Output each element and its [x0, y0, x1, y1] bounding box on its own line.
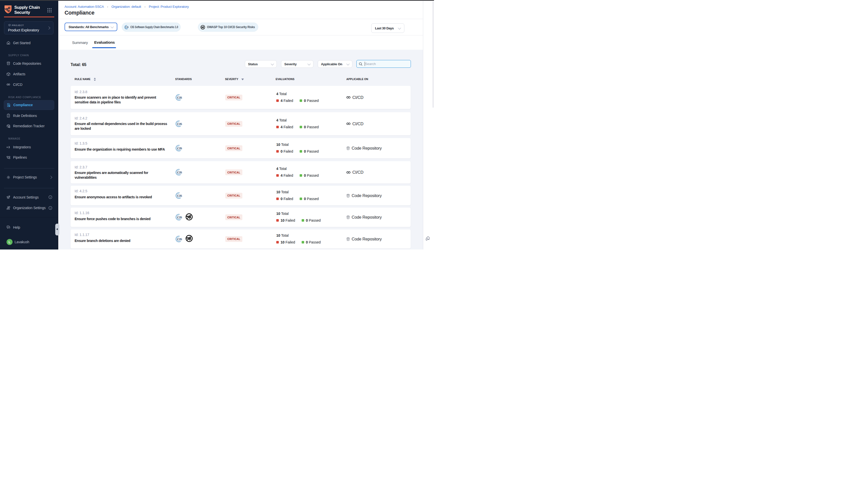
svg-text:CIS: CIS	[177, 122, 182, 125]
svg-text:CIS: CIS	[177, 96, 182, 99]
svg-text:CIS: CIS	[177, 237, 182, 241]
svg-text:CIS: CIS	[177, 171, 182, 174]
svg-text:CIS: CIS	[177, 216, 182, 219]
svg-text:?: ?	[8, 226, 9, 228]
svg-text:CIS: CIS	[125, 26, 129, 28]
svg-text:CIS: CIS	[177, 147, 182, 150]
svg-text:CIS: CIS	[177, 194, 182, 197]
